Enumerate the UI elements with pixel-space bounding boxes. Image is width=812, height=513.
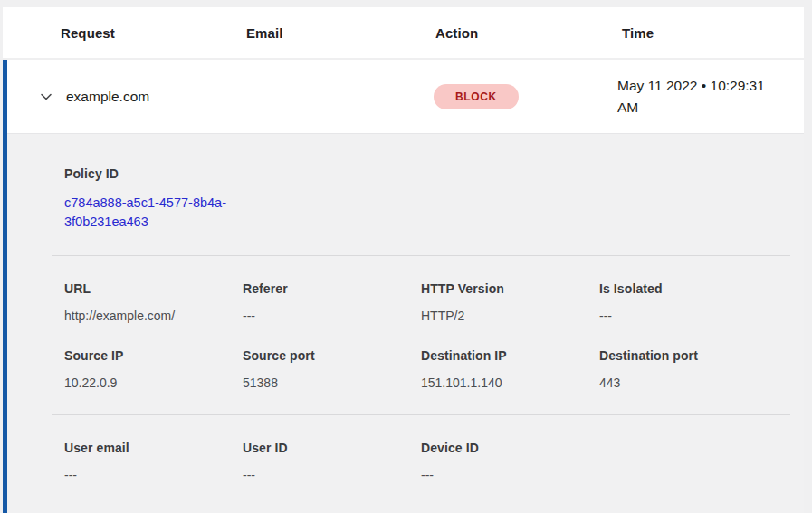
field-value: --- (64, 468, 243, 482)
field-label: Referer (243, 281, 421, 296)
field-url: URL http://example.com/ (64, 281, 243, 323)
field-value: 151.101.1.140 (421, 375, 599, 390)
field-is-isolated: Is Isolated --- (599, 281, 778, 323)
field-label: Destination port (599, 348, 778, 363)
field-value: --- (421, 468, 599, 482)
field-http-version: HTTP Version HTTP/2 (421, 281, 599, 323)
field-value: --- (243, 468, 421, 482)
field-label: User ID (243, 441, 421, 455)
field-label: Destination IP (421, 348, 599, 363)
detail-field-row: User email --- User ID --- Device ID --- (64, 441, 790, 482)
column-header-action: Action (435, 25, 622, 41)
section-divider (52, 255, 790, 256)
table-header-row: Request Email Action Time (3, 7, 804, 60)
column-header-email: Email (246, 25, 435, 41)
request-detail-panel: Policy ID c784a888-a5c1-4577-8b4a-3f0b23… (7, 133, 804, 513)
field-label: Source IP (64, 348, 243, 363)
field-value: http://example.com/ (64, 309, 243, 323)
field-value: 51388 (243, 375, 421, 390)
field-label: URL (64, 281, 243, 296)
field-label: Source port (243, 348, 421, 363)
field-value: 443 (599, 375, 778, 390)
field-source-port: Source port 51388 (243, 348, 421, 390)
field-user-email: User email --- (64, 441, 243, 482)
field-destination-ip: Destination IP 151.101.1.140 (421, 348, 599, 390)
time-cell: May 11 2022 • 10:29:31 AM (617, 75, 771, 119)
section-divider (52, 414, 790, 415)
field-label: Is Isolated (599, 281, 778, 296)
detail-field-row: Source IP 10.22.0.9 Source port 51388 De… (64, 348, 790, 390)
column-header-request: Request (61, 25, 246, 41)
field-referer: Referer --- (243, 281, 421, 323)
field-source-ip: Source IP 10.22.0.9 (64, 348, 243, 390)
detail-field-row: URL http://example.com/ Referer --- HTTP… (64, 281, 790, 323)
policy-id-section: Policy ID c784a888-a5c1-4577-8b4a-3f0b23… (64, 166, 790, 232)
policy-id-label: Policy ID (64, 166, 790, 181)
request-log-page: Request Email Action Time example.com B (0, 0, 812, 513)
column-header-time: Time (622, 25, 804, 41)
request-log-table: Request Email Action Time example.com B (3, 7, 804, 513)
field-value: 10.22.0.9 (64, 375, 243, 390)
field-label: User email (64, 441, 243, 455)
field-value: --- (599, 309, 778, 323)
policy-id-link[interactable]: c784a888-a5c1-4577-8b4a-3f0b231ea463 (64, 194, 245, 232)
field-label: HTTP Version (421, 281, 599, 296)
table-row[interactable]: example.com BLOCK May 11 2022 • 10:29:31… (7, 60, 804, 133)
field-destination-port: Destination port 443 (599, 348, 778, 390)
field-value: --- (243, 309, 421, 323)
request-cell: example.com (61, 89, 242, 105)
chevron-down-icon (39, 90, 53, 104)
field-empty (599, 441, 778, 482)
expanded-log-entry: example.com BLOCK May 11 2022 • 10:29:31… (3, 60, 804, 513)
field-value: HTTP/2 (421, 309, 599, 323)
field-device-id: Device ID --- (421, 441, 599, 482)
action-block-badge: BLOCK (434, 84, 519, 109)
field-user-id: User ID --- (243, 441, 421, 482)
field-label: Device ID (421, 441, 599, 455)
collapse-row-button[interactable] (37, 88, 55, 106)
